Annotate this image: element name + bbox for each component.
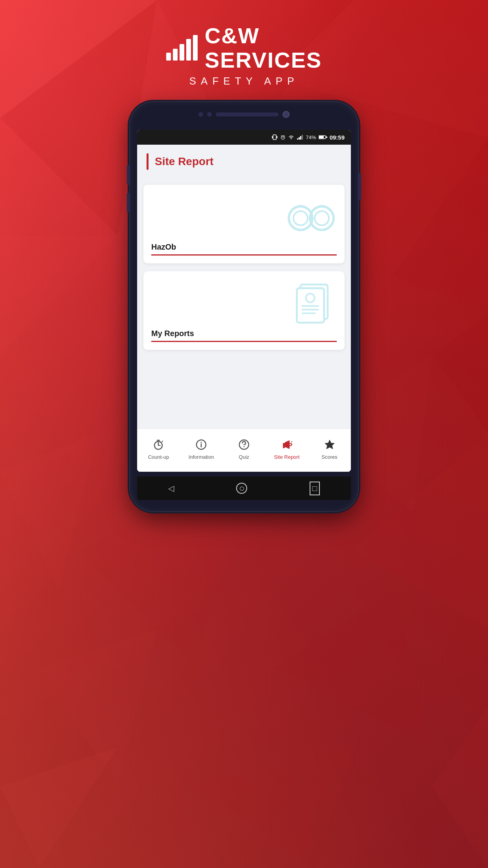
bezel-dot-1 (198, 112, 203, 117)
quiz-icon (237, 438, 251, 452)
svg-marker-18 (196, 747, 354, 868)
bar-4 (186, 39, 191, 61)
phone-bezel-top (173, 111, 315, 118)
svg-line-52 (162, 441, 163, 442)
status-bar: 74% 09:59 (137, 130, 351, 145)
count-up-label: Count-up (148, 454, 169, 460)
svg-marker-62 (325, 440, 334, 449)
bottom-nav: Count-up Information (137, 428, 351, 472)
count-up-icon (151, 438, 165, 452)
svg-line-60 (291, 441, 292, 442)
svg-marker-17 (0, 747, 118, 868)
svg-rect-30 (299, 137, 300, 140)
phone-screen: 74% 09:59 Site Report (137, 130, 351, 472)
page-header-accent (147, 153, 149, 170)
hazob-label: HazOb (151, 243, 176, 252)
brand-subtitle: SAFETY APP (189, 75, 299, 87)
cards-area: HazOb (137, 177, 351, 428)
nav-item-quiz[interactable]: Quiz (228, 438, 260, 460)
bar-1 (166, 53, 171, 61)
svg-marker-16 (275, 590, 432, 747)
star-icon (324, 439, 336, 451)
bar-3 (180, 44, 184, 61)
page-title: Site Report (155, 155, 213, 168)
svg-rect-21 (272, 136, 273, 138)
bezel-camera (283, 111, 290, 118)
alarm-icon (280, 134, 286, 140)
svg-point-59 (289, 443, 292, 446)
brand-header: C&WSERVICES SAFETY APP (0, 24, 488, 87)
brand-bars-icon (166, 35, 198, 61)
svg-marker-19 (432, 708, 488, 868)
reports-icon (288, 279, 339, 326)
battery-icon (319, 135, 327, 140)
svg-rect-40 (309, 215, 313, 221)
information-icon (194, 438, 208, 452)
my-reports-underline (151, 341, 337, 342)
svg-rect-58 (283, 446, 285, 448)
clock-time: 09:59 (330, 134, 345, 141)
brand-name: C&WSERVICES (205, 24, 322, 72)
my-reports-card[interactable]: My Reports (143, 271, 345, 350)
scores-label: Scores (321, 454, 337, 460)
svg-point-38 (294, 211, 308, 225)
phone-bottom-nav: ◁ ○ □ (137, 476, 351, 500)
svg-point-57 (243, 446, 244, 447)
nav-item-information[interactable]: Information (185, 438, 217, 460)
information-label: Information (189, 454, 214, 460)
nav-item-count-up[interactable]: Count-up (143, 438, 174, 460)
svg-point-55 (201, 442, 202, 443)
svg-rect-31 (300, 136, 301, 140)
svg-rect-22 (277, 136, 277, 138)
hazob-card[interactable]: HazOb (143, 185, 345, 263)
volume-button-2 (127, 193, 130, 212)
bezel-dot-2 (207, 112, 212, 117)
svg-rect-34 (319, 136, 324, 138)
svg-marker-10 (432, 314, 488, 432)
svg-point-28 (290, 138, 291, 139)
svg-marker-12 (0, 432, 98, 590)
recent-button[interactable]: □ (310, 482, 320, 495)
site-report-label: Site Report (274, 454, 299, 460)
quiz-label: Quiz (239, 454, 250, 460)
signal-icon (297, 134, 304, 140)
page-header: Site Report (137, 145, 351, 177)
megaphone-icon (281, 439, 293, 451)
svg-rect-29 (297, 138, 298, 140)
svg-rect-32 (302, 135, 303, 140)
binoculars-icon (286, 197, 337, 236)
site-report-icon (280, 438, 294, 452)
svg-line-27 (284, 136, 284, 136)
help-icon (238, 439, 250, 451)
battery-percent: 74% (306, 134, 316, 140)
hazob-underline (151, 254, 337, 256)
back-button[interactable]: ◁ (168, 484, 174, 493)
nav-item-site-report[interactable]: Site Report (271, 438, 303, 460)
brand-logo: C&WSERVICES (166, 24, 322, 72)
vibrate-icon (272, 134, 278, 140)
svg-line-26 (281, 136, 282, 136)
scores-icon (323, 438, 337, 452)
status-icons: 74% 09:59 (272, 134, 345, 141)
my-reports-label: My Reports (151, 329, 194, 338)
home-button[interactable]: ○ (236, 483, 247, 494)
timer-icon (152, 439, 164, 451)
app-content: Site Report HazOb (137, 145, 351, 472)
info-icon (195, 439, 207, 451)
wifi-icon (288, 134, 294, 140)
volume-button-1 (127, 165, 130, 185)
svg-point-39 (315, 211, 329, 225)
phone-frame: 74% 09:59 Site Report (130, 102, 358, 511)
svg-rect-35 (326, 136, 327, 138)
bar-2 (173, 49, 178, 61)
svg-rect-20 (273, 135, 276, 140)
power-button (358, 173, 361, 200)
bar-5 (193, 35, 198, 61)
nav-item-scores[interactable]: Scores (314, 438, 345, 460)
bezel-speaker (216, 112, 279, 116)
